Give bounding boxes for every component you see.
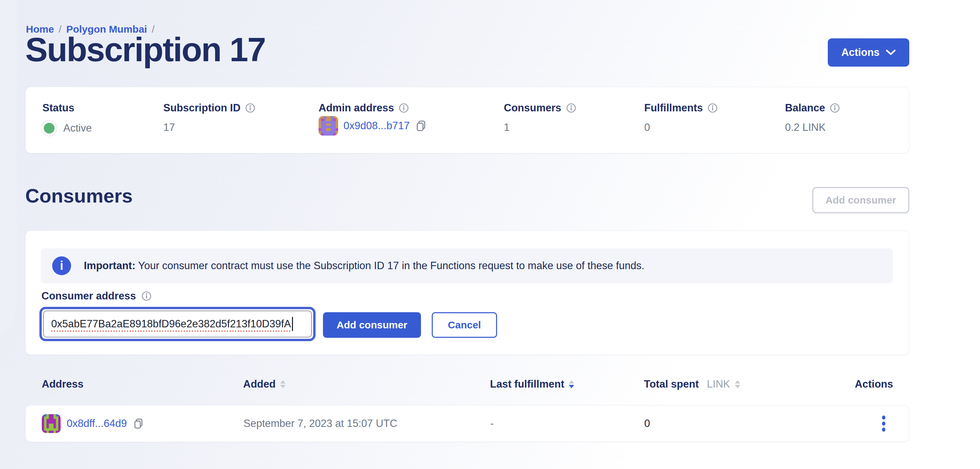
consumers-label: Consumers bbox=[504, 102, 562, 114]
row-cell-address: 0x8dff...64d9 bbox=[42, 406, 144, 442]
add-consumer-card: i Important: Your consumer contract must… bbox=[25, 230, 909, 355]
col-header-last-fulfillment[interactable]: Last fulfillment bbox=[490, 378, 574, 390]
subscription-overview-card: Status Active Subscription ID 17 Admin a… bbox=[25, 87, 909, 154]
sort-toggle-icon[interactable] bbox=[735, 380, 740, 388]
info-icon[interactable] bbox=[566, 103, 576, 113]
fulfillments-label: Fulfillments bbox=[644, 102, 703, 114]
copy-icon[interactable] bbox=[133, 418, 144, 429]
alert-info-icon: i bbox=[52, 257, 71, 275]
consumers-section-heading: Consumers bbox=[25, 184, 133, 207]
row-cell-last-fulfillment: - bbox=[490, 418, 494, 429]
sort-toggle-icon[interactable] bbox=[569, 380, 574, 388]
important-alert: i Important: Your consumer contract must… bbox=[41, 248, 893, 283]
status-value: Active bbox=[63, 122, 92, 134]
background-accent-shape bbox=[0, 0, 17, 347]
consumer-address-input[interactable]: 0x5abE77Ba2aE8918bfD96e2e382d5f213f10D39… bbox=[40, 307, 315, 341]
actions-button[interactable]: Actions bbox=[828, 38, 909, 67]
subscription-id-value: 17 bbox=[163, 122, 175, 133]
consumer-address-input-value: 0x5abE77Ba2aE8918bfD96e2e382d5f213f10D39… bbox=[51, 318, 291, 330]
admin-address-label: Admin address bbox=[318, 102, 394, 114]
info-icon[interactable] bbox=[830, 103, 840, 113]
consumer-table-row: 0x8dff...64d9 September 7, 2023 at 15:07… bbox=[25, 405, 909, 442]
page-title: Subscription 17 bbox=[25, 30, 266, 69]
text-cursor bbox=[292, 317, 293, 331]
info-icon[interactable] bbox=[708, 103, 718, 113]
balance-label: Balance bbox=[785, 102, 825, 114]
cancel-button[interactable]: Cancel bbox=[432, 312, 497, 338]
consumers-value: 1 bbox=[504, 122, 509, 133]
consumer-address-avatar bbox=[42, 414, 60, 433]
copy-icon[interactable] bbox=[415, 120, 427, 132]
status-dot bbox=[44, 123, 54, 133]
col-header-actions: Actions bbox=[855, 378, 893, 390]
row-cell-added: September 7, 2023 at 15:07 UTC bbox=[243, 418, 398, 429]
add-consumer-submit-button[interactable]: Add consumer bbox=[323, 312, 421, 338]
subscription-id-label: Subscription ID bbox=[163, 102, 240, 114]
consumers-table-header: Address Added Last fulfillment Total spe… bbox=[25, 378, 909, 393]
total-spent-unit: LINK bbox=[707, 378, 730, 390]
info-icon[interactable] bbox=[142, 291, 151, 301]
admin-address-avatar bbox=[318, 116, 338, 136]
chevron-down-icon bbox=[886, 49, 896, 55]
info-icon[interactable] bbox=[399, 103, 409, 113]
actions-button-label: Actions bbox=[841, 46, 880, 59]
col-header-added[interactable]: Added bbox=[243, 378, 286, 390]
col-header-total-spent[interactable]: Total spent LINK bbox=[644, 378, 740, 390]
sort-toggle-icon[interactable] bbox=[280, 380, 286, 388]
alert-prefix: Important: bbox=[84, 260, 135, 271]
add-consumer-button-disabled[interactable]: Add consumer bbox=[812, 187, 909, 213]
info-icon[interactable] bbox=[245, 103, 255, 113]
kebab-menu-icon[interactable] bbox=[879, 413, 888, 434]
consumer-address-label: Consumer address bbox=[41, 290, 136, 302]
page-content: Home / Polygon Mumbai / Subscription 17 … bbox=[25, 0, 909, 469]
fulfillments-value: 0 bbox=[644, 122, 650, 133]
col-header-address: Address bbox=[42, 378, 84, 390]
alert-message: Your consumer contract must use the Subs… bbox=[135, 260, 644, 271]
balance-value: 0.2 LINK bbox=[785, 122, 826, 133]
admin-address-link[interactable]: 0x9d08...b717 bbox=[344, 120, 410, 132]
consumer-address-link[interactable]: 0x8dff...64d9 bbox=[67, 418, 127, 429]
status-label: Status bbox=[43, 102, 75, 114]
row-cell-total-spent: 0 bbox=[644, 418, 650, 429]
